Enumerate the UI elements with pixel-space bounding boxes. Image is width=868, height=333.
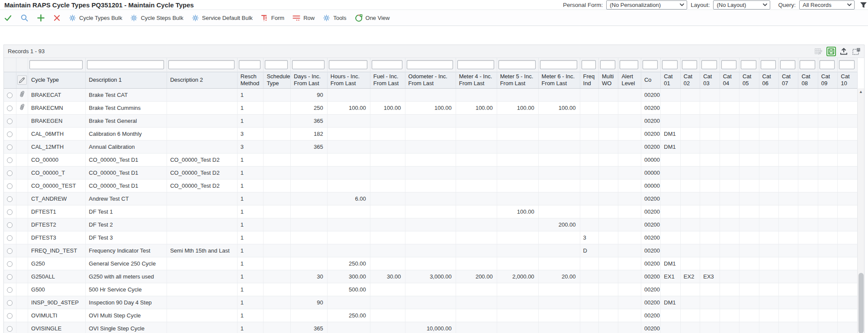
col-header-alert[interactable]: Alert Level bbox=[618, 72, 641, 88]
qbe-filter-hours[interactable] bbox=[329, 60, 367, 69]
query-select[interactable]: All Records bbox=[799, 0, 855, 10]
qbe-filter-freq[interactable] bbox=[582, 60, 596, 69]
qbe-filter-cat04[interactable] bbox=[721, 60, 736, 69]
row-select-radio[interactable] bbox=[7, 287, 13, 293]
layout-select[interactable]: (No Layout) bbox=[713, 0, 770, 10]
import-icon[interactable] bbox=[839, 47, 849, 56]
row-select-radio[interactable] bbox=[7, 300, 13, 306]
col-header-multi[interactable]: Multi WO bbox=[598, 72, 618, 88]
qbe-filter-cat08[interactable] bbox=[800, 60, 815, 69]
col-header-meter6[interactable]: Meter 6 - Inc. From Last bbox=[538, 72, 580, 88]
find-button[interactable] bbox=[20, 14, 29, 22]
col-header-cat07[interactable]: Cat 07 bbox=[778, 72, 798, 88]
row-select-radio[interactable] bbox=[7, 106, 13, 111]
col-header-resch[interactable]: Resch Method bbox=[237, 72, 264, 88]
row-select-radio[interactable] bbox=[7, 222, 13, 228]
col-header-cat05[interactable]: Cat 05 bbox=[739, 72, 759, 88]
col-header-cat08[interactable]: Cat 08 bbox=[798, 72, 818, 88]
row-select-radio[interactable] bbox=[7, 209, 13, 215]
col-header-sched[interactable]: Schedule Type bbox=[264, 72, 291, 88]
qbe-filter-meter5[interactable] bbox=[498, 60, 536, 69]
row-select-radio[interactable] bbox=[7, 144, 13, 150]
row-select-radio[interactable] bbox=[7, 235, 13, 241]
qbe-filter-multi[interactable] bbox=[600, 60, 615, 69]
expand-grid-icon[interactable] bbox=[852, 47, 861, 56]
qbe-filter-cat10[interactable] bbox=[839, 60, 855, 69]
export-icon[interactable] bbox=[826, 47, 836, 56]
col-header-co[interactable]: Co bbox=[641, 72, 660, 88]
one-view-menu-button[interactable]: One View bbox=[355, 14, 390, 22]
row-select-radio[interactable] bbox=[7, 248, 13, 254]
qbe-filter-meter4[interactable] bbox=[457, 60, 494, 69]
qbe-filter-meter6[interactable] bbox=[540, 60, 577, 69]
qbe-filter-days[interactable] bbox=[292, 60, 325, 69]
cell-alert bbox=[618, 257, 641, 270]
attachment-icon[interactable] bbox=[19, 90, 25, 98]
qbe-filter-alert[interactable] bbox=[620, 60, 638, 69]
col-header-desc1[interactable]: Description 1 bbox=[86, 72, 167, 88]
form-menu-button[interactable]: Form bbox=[261, 14, 284, 22]
col-header-cat06[interactable]: Cat 06 bbox=[759, 72, 778, 88]
ok-button[interactable] bbox=[4, 14, 12, 22]
qbe-filter-cat06[interactable] bbox=[761, 60, 776, 69]
col-header-hours[interactable]: Hours - Inc. From Last bbox=[327, 72, 370, 88]
vertical-scrollbar[interactable]: ▲ bbox=[857, 88, 864, 333]
qbe-filter-cat02[interactable] bbox=[682, 60, 697, 69]
col-header-cat02[interactable]: Cat 02 bbox=[680, 72, 700, 88]
qbe-filter-cat05[interactable] bbox=[741, 60, 756, 69]
col-header-cat10[interactable]: Cat 10 bbox=[838, 72, 858, 88]
qbe-filter-cat03[interactable] bbox=[701, 60, 717, 69]
row-select-radio[interactable] bbox=[7, 118, 13, 124]
personal-form-select[interactable]: (No Personalization) bbox=[606, 0, 687, 10]
customize-grid-button[interactable] bbox=[17, 75, 27, 85]
cell-co: 00200 bbox=[641, 205, 660, 218]
col-header-meter5[interactable]: Meter 5 - Inc. From Last bbox=[497, 72, 538, 88]
qbe-filter-cat09[interactable] bbox=[820, 60, 835, 69]
service-default-bulk-button[interactable]: Service Default Bulk bbox=[192, 14, 253, 22]
attachment-icon[interactable] bbox=[19, 103, 25, 111]
qbe-filter-desc2[interactable] bbox=[168, 60, 235, 69]
qbe-filter-odometer[interactable] bbox=[407, 60, 453, 69]
tools-menu-button[interactable]: Tools bbox=[323, 14, 346, 22]
col-header-fuel[interactable]: Fuel - Inc. From Last bbox=[370, 72, 405, 88]
col-header-cat09[interactable]: Cat 09 bbox=[818, 72, 837, 88]
col-header-odometer[interactable]: Odometer - Inc. From Last bbox=[405, 72, 456, 88]
row-select-radio[interactable] bbox=[7, 93, 13, 98]
row-select-radio[interactable] bbox=[7, 313, 13, 319]
qbe-filter-co[interactable] bbox=[643, 60, 658, 69]
query-filter-icon[interactable] bbox=[860, 1, 867, 9]
col-header-freq[interactable]: Freq Ind bbox=[580, 72, 598, 88]
row-select-radio[interactable] bbox=[7, 326, 13, 332]
scroll-up-arrow[interactable]: ▲ bbox=[858, 88, 864, 95]
delete-button[interactable] bbox=[53, 14, 61, 22]
col-header-cat03[interactable]: Cat 03 bbox=[700, 72, 720, 88]
col-header-meter4[interactable]: Meter 4 - Inc. From Last bbox=[456, 72, 497, 88]
qbe-filter-cycle_type[interactable] bbox=[29, 60, 83, 69]
cell-co: 00200 bbox=[641, 101, 660, 114]
qbe-filter-cat01[interactable] bbox=[662, 60, 677, 69]
col-header-days[interactable]: Days - Inc. From Last bbox=[290, 72, 327, 88]
row-select-radio[interactable] bbox=[7, 131, 13, 137]
qbe-filter-resch[interactable] bbox=[239, 60, 261, 69]
row-select-radio[interactable] bbox=[7, 183, 13, 189]
row-menu-button[interactable]: Row bbox=[293, 14, 315, 22]
qbe-filter-cat07[interactable] bbox=[780, 60, 795, 69]
col-header-desc2[interactable]: Description 2 bbox=[167, 72, 238, 88]
row-select-radio[interactable] bbox=[7, 170, 13, 176]
qbe-filter-sched[interactable] bbox=[265, 60, 288, 69]
row-select-radio[interactable] bbox=[7, 261, 13, 267]
add-button[interactable] bbox=[37, 14, 45, 22]
scrollbar-thumb[interactable] bbox=[858, 273, 864, 333]
col-header-cat01[interactable]: Cat 01 bbox=[661, 72, 680, 88]
cycle-types-bulk-button[interactable]: Cycle Types Bulk bbox=[69, 14, 122, 22]
col-header-cycle_type[interactable]: Cycle Type bbox=[28, 72, 86, 88]
col-header-cat04[interactable]: Cat 04 bbox=[720, 72, 739, 88]
row-select-radio[interactable] bbox=[7, 157, 13, 163]
cycle-steps-bulk-button[interactable]: Cycle Steps Bulk bbox=[130, 14, 183, 22]
row-select-radio[interactable] bbox=[7, 274, 13, 280]
row-select-radio[interactable] bbox=[7, 196, 13, 202]
qbe-filter-fuel[interactable] bbox=[372, 60, 402, 69]
qbe-filter-desc1[interactable] bbox=[87, 60, 164, 69]
cell-multi bbox=[598, 309, 618, 322]
attachment-cell bbox=[16, 88, 28, 101]
